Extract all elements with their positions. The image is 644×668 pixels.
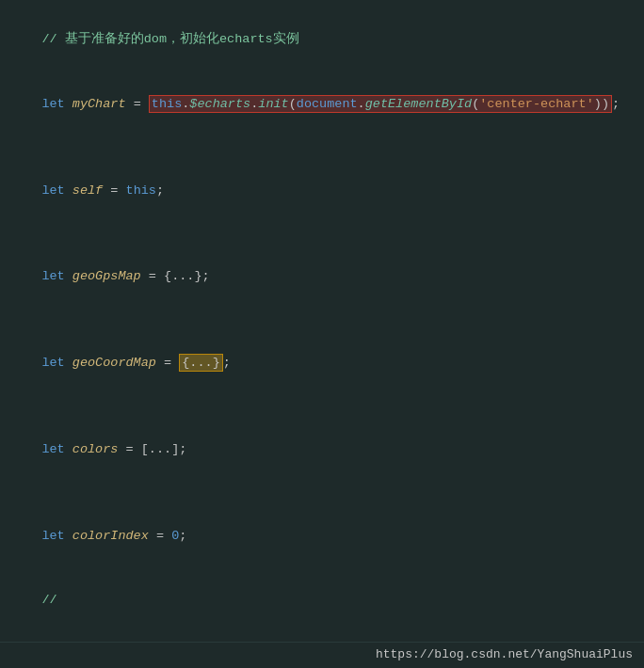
equals: =: [126, 97, 149, 111]
code-line-9: [11, 396, 633, 418]
highlight-red-block: this.$echarts.init(document.getElementBy…: [149, 95, 612, 113]
code-line-13: //: [11, 568, 633, 633]
code-line-2: let myChart = this.$echarts.init(documen…: [11, 72, 633, 137]
code-line-11: [11, 483, 633, 504]
code-line-12: let colorIndex = 0;: [11, 504, 633, 569]
code-line-3: [11, 137, 633, 159]
bottom-bar: https://blog.csdn.net/YangShuaiPlus: [0, 642, 644, 668]
code-line-5: [11, 223, 633, 245]
code-line-10: let colors = [...];: [11, 418, 633, 483]
highlight-yellow-block: {...}: [179, 354, 223, 372]
var-myChart: myChart: [72, 97, 126, 111]
code-editor: // 基于准备好的dom，初始化echarts实例 let myChart = …: [0, 0, 644, 668]
code-line-4: let self = this;: [11, 159, 633, 224]
code-line-7: [11, 310, 633, 331]
bottom-right-url: https://blog.csdn.net/YangShuaiPlus: [376, 644, 633, 665]
keyword-let: let: [41, 97, 72, 111]
code-line-8: let geoCoordMap = {...};: [11, 331, 633, 396]
code-line-6: let geoGpsMap = {...};: [11, 245, 633, 310]
code-line-1: // 基于准备好的dom，初始化echarts实例: [11, 8, 633, 72]
comment-text: // 基于准备好的dom，初始化echarts实例: [41, 32, 298, 46]
